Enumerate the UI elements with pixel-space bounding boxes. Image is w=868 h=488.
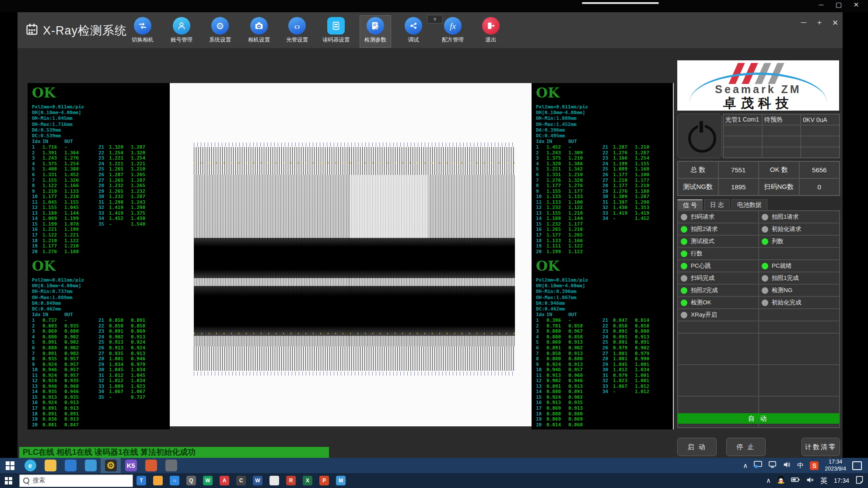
taskbar-app-ppt[interactable]: P [316, 473, 332, 488]
table-row: 231.1661.254 [602, 156, 657, 161]
table-row: 171.1221.221 [32, 233, 86, 238]
qq-icon[interactable] [777, 475, 785, 486]
battery-icon[interactable] [791, 477, 800, 485]
app-close-button[interactable]: ✕ [831, 18, 839, 28]
sticky-notes-icon[interactable] [855, 476, 864, 486]
toolbar-item-system-gear[interactable]: ⚙系统设置 [205, 16, 235, 47]
tube-status-cell [801, 136, 840, 147]
table-row: 121.2321.122 [536, 205, 590, 211]
screen-maximize-button[interactable]: ▢ [835, 1, 843, 9]
xray-power-button[interactable] [677, 114, 722, 158]
indicator-cell: 扫码完成 [678, 272, 759, 284]
date-outer: 2023/9/4 [825, 466, 846, 472]
meta-line: Pxl2mm=0.011mm/pix [536, 277, 672, 283]
taskbar-app-xray-app[interactable]: ⚙ [101, 458, 121, 473]
indicator-cell [759, 321, 840, 333]
table-row: 120.9240.935 [32, 378, 86, 384]
tab-信号[interactable]: 信 号 [677, 199, 703, 210]
taskbar-app-notepad[interactable] [266, 473, 283, 488]
taskbar-app-excel[interactable]: X [299, 473, 316, 488]
indicator-dot [681, 312, 687, 318]
table-row: 230.8910.880 [602, 329, 657, 335]
taskbar-app-store[interactable] [60, 458, 80, 473]
taskbar-app-reader[interactable]: R [283, 473, 299, 488]
toolbar-item-user-account[interactable]: 账号管理 [166, 16, 197, 47]
excel-icon: X [303, 476, 312, 485]
start-button[interactable]: 启 动 [677, 438, 717, 456]
indicator-cell [759, 333, 840, 365]
indicator-dot [681, 238, 687, 245]
tray-chevron-icon[interactable]: ∧ [743, 462, 748, 470]
toolbar-item-inspect-params[interactable]: 检测参数 [360, 16, 391, 47]
xray-image-viewport[interactable] [170, 83, 532, 426]
toolbar-item-tube-settings[interactable]: ‹›光管设置 [282, 16, 312, 47]
taskbar-app-pdf-reader[interactable]: A [216, 473, 233, 488]
taskbar-search-input[interactable]: 搜索 [19, 474, 133, 487]
indicator-cell: XRay开启 [678, 309, 759, 321]
screen-close-button[interactable]: ✕ [852, 1, 860, 9]
table-row: 210.8580.891 [98, 318, 153, 324]
toolbar-item-camera-settings[interactable]: 相机设置 [244, 16, 274, 47]
ime-indicator-outer[interactable]: 中 [797, 461, 804, 470]
left-measurement-panel: OKPxl2mm=0.011mm/pixOH[0.10mm~4.00mm]OH-… [28, 83, 170, 429]
start-button-outer[interactable] [0, 458, 20, 473]
pdf-reader-icon: A [220, 476, 229, 485]
measurement-meta: Pxl2mm=0.011mm/pixOH[0.10mm~4.00mm]OH-Mi… [32, 104, 168, 139]
time-inner[interactable]: 17:34 [834, 477, 849, 484]
remote-access-icon[interactable] [754, 461, 762, 470]
taskbar-app-browser[interactable]: ○ [166, 473, 183, 488]
table-row: 31.3751.210 [536, 156, 590, 161]
taskbar-app-file-explorer[interactable] [40, 458, 60, 473]
meta-line: OH[0.10mm~4.00mm] [32, 283, 168, 289]
meta-line: OH-Max:1.452mm [536, 122, 672, 127]
taskbar-app-tim[interactable]: T [133, 473, 150, 488]
start-button-inner[interactable] [0, 473, 17, 488]
toolbar-item-swap-camera[interactable]: 切换相机 [127, 16, 158, 47]
table-row: 201.1991.122 [536, 249, 590, 255]
taskbar-app-mail[interactable] [80, 458, 101, 473]
capture-tool-icon: C [236, 476, 246, 485]
table-row: 260.9130.924 [98, 345, 153, 351]
clock-outer[interactable]: 17:34 2023/9/4 [825, 459, 846, 472]
toolbar-item-debug-nodes[interactable]: 调试 [398, 16, 429, 47]
app-minimize-button[interactable]: ─ [800, 18, 808, 28]
taskbar-app-mail-client[interactable]: M [332, 473, 349, 488]
taskbar-app-edge-browser[interactable]: e [20, 458, 40, 473]
table-header: IdxINOUT [536, 312, 672, 318]
tab-电池数据[interactable]: 电池数据 [732, 199, 767, 210]
indicator-cell: 拍照1请求 [759, 211, 840, 223]
taskbar-app-folder[interactable] [150, 473, 166, 488]
tube-status-cell [723, 147, 762, 158]
toolbar-item-barcode-reader[interactable]: 读码器设置 [321, 16, 351, 47]
stop-button[interactable]: 停 止 [726, 438, 766, 456]
taskbar-app-photos[interactable] [161, 458, 181, 473]
toolbar-item-exit-door[interactable]: 退出 [476, 16, 506, 47]
table-row: 321.4191.298 [98, 205, 153, 211]
tab-日志[interactable]: 日 志 [704, 199, 730, 210]
table-row: 60.8910.902 [536, 345, 590, 351]
taskbar-app-word[interactable]: W [249, 473, 266, 488]
table-row: 35-1.540 [98, 222, 153, 227]
taskbar-app-color-editor[interactable] [141, 458, 161, 473]
network-display-icon[interactable] [768, 461, 777, 470]
app-restore-button[interactable]: + [816, 18, 823, 28]
store-icon [65, 460, 77, 471]
clear-count-button[interactable]: 计数清零 [802, 438, 840, 456]
tray-chevron-icon-inner[interactable]: ∧ [766, 477, 771, 485]
volume-icon[interactable] [783, 461, 791, 470]
taskbar-app-wps[interactable]: W [200, 473, 216, 488]
taskbar-app-everything-search[interactable]: Q [183, 473, 200, 488]
remote-session-collapsed-bar[interactable] [582, 2, 659, 4]
sogou-input-icon[interactable]: S [810, 461, 819, 470]
action-center-icon[interactable] [852, 461, 862, 470]
table-row: 260.9790.902 [602, 345, 657, 351]
ime-indicator-inner[interactable]: 英 [820, 476, 828, 486]
meta-line: DA:0.946mm [536, 300, 672, 306]
taskbar-app-ks-tool[interactable]: K5 [121, 458, 141, 473]
data-column-1: 10.396-20.7810.85830.8800.96740.8800.858… [536, 318, 590, 428]
volume-muted-icon[interactable] [806, 476, 814, 485]
toolbar-item-recipe-fx[interactable]: fx配方管理 [438, 16, 468, 47]
taskbar-app-capture-tool[interactable]: C [233, 473, 249, 488]
screen-minimize-button[interactable]: ─ [817, 1, 825, 9]
meta-line: OH-Max:1.067mm [536, 295, 672, 300]
